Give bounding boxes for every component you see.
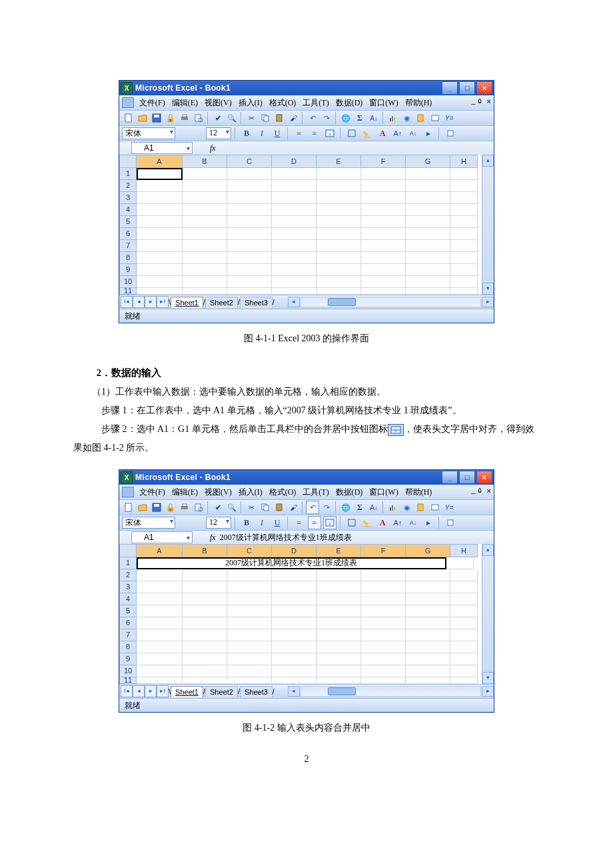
minimize-button[interactable]: _ (442, 81, 458, 95)
preview-icon[interactable] (192, 111, 205, 125)
row-header[interactable]: 1 (119, 557, 137, 569)
font-name-combo[interactable]: 宋体 (122, 127, 175, 139)
decrease-font-icon[interactable]: A↓ (406, 127, 420, 140)
more-2-icon[interactable] (444, 516, 457, 529)
last-sheet-icon[interactable]: ▸I (157, 296, 169, 308)
merge-center-button[interactable]: a (323, 516, 336, 529)
prev-sheet-icon[interactable]: ◂ (133, 296, 145, 308)
select-all-corner[interactable] (119, 155, 137, 168)
research-icon[interactable]: 🔍 (225, 501, 239, 514)
col-header[interactable]: B (183, 155, 227, 168)
underline-button[interactable]: U (271, 127, 284, 140)
print-icon[interactable] (178, 501, 191, 514)
sort-asc-icon[interactable]: A↓ (367, 501, 380, 514)
sort-asc-icon[interactable]: A↓ (367, 111, 380, 125)
col-header[interactable]: F (361, 544, 406, 557)
col-header[interactable]: G (406, 544, 450, 557)
first-sheet-icon[interactable]: I◂ (121, 296, 133, 308)
menu-help[interactable]: 帮助(H) (404, 486, 434, 499)
menu-file[interactable]: 文件(F) (138, 97, 167, 109)
menu-edit[interactable]: 编辑(E) (171, 486, 199, 499)
fill-color-icon[interactable] (360, 127, 374, 140)
chart-icon[interactable] (386, 501, 400, 514)
col-header[interactable]: G (406, 155, 450, 168)
chart-icon[interactable] (386, 111, 400, 125)
copy-icon[interactable] (259, 111, 272, 125)
menu-tools[interactable]: 工具(T) (301, 486, 330, 499)
col-header[interactable]: H (450, 155, 478, 168)
prev-sheet-icon[interactable]: ◂ (133, 685, 145, 697)
col-header[interactable]: D (272, 155, 316, 168)
font-size-combo[interactable]: 12 (206, 517, 231, 529)
redo-icon[interactable]: ↷ (320, 501, 333, 514)
zoom-icon[interactable] (414, 501, 428, 514)
col-header[interactable]: E (316, 155, 361, 168)
hyperlink-icon[interactable]: 🌐 (339, 501, 352, 514)
merge-center-button[interactable]: a (323, 127, 336, 140)
row-header[interactable]: 8 (119, 252, 137, 264)
col-header[interactable]: C (227, 544, 272, 557)
save-icon[interactable] (150, 501, 163, 514)
spellcheck-icon[interactable]: ✔ (211, 501, 225, 514)
doc-close-icon[interactable]: × (487, 97, 491, 105)
align-left-icon[interactable]: ≡ (293, 516, 306, 529)
bold-button[interactable]: B (240, 516, 253, 529)
sheet-tab[interactable]: Sheet1 (171, 297, 203, 308)
open-icon[interactable] (136, 501, 149, 514)
font-size-combo[interactable]: 12 (206, 127, 231, 139)
row-header[interactable]: 7 (119, 240, 137, 252)
row-header[interactable]: 6 (119, 617, 137, 629)
menu-edit[interactable]: 编辑(E) (171, 97, 199, 109)
row-header[interactable]: 3 (119, 192, 137, 204)
format-painter-icon[interactable]: 🖌 (287, 111, 300, 125)
horizontal-scrollbar[interactable]: ◂▸ (288, 686, 494, 697)
menu-data[interactable]: 数据(D) (334, 97, 364, 109)
vertical-scrollbar[interactable]: ▴▾ (482, 544, 494, 684)
close-button[interactable]: × (476, 81, 492, 95)
menu-view[interactable]: 视图(V) (203, 97, 233, 109)
menu-file[interactable]: 文件(F) (138, 486, 167, 499)
drawing-icon[interactable] (428, 111, 442, 125)
borders-icon[interactable] (345, 127, 358, 140)
new-icon[interactable] (122, 111, 135, 125)
sheet-tab[interactable]: Sheet2 (205, 686, 238, 697)
borders-icon[interactable] (345, 516, 358, 529)
align-left-icon[interactable]: ≡ (293, 127, 306, 140)
fx-icon[interactable]: fx (210, 143, 216, 153)
menu-insert[interactable]: 插入(I) (237, 97, 264, 109)
minimize-button[interactable]: _ (442, 471, 458, 484)
menu-tools[interactable]: 工具(T) (301, 97, 330, 109)
paste-icon[interactable] (273, 501, 286, 514)
menu-format[interactable]: 格式(O) (268, 486, 298, 499)
sheet-tab[interactable]: Sheet2 (205, 297, 238, 308)
next-sheet-icon[interactable]: ▸ (145, 685, 157, 697)
increase-font-icon[interactable]: A↑ (391, 127, 404, 140)
spellcheck-icon[interactable]: ✔ (211, 111, 225, 125)
decrease-font-icon[interactable]: A↓ (406, 516, 420, 529)
sheet-tab[interactable]: Sheet1 (171, 686, 203, 697)
hyperlink-icon[interactable]: 🌐 (339, 111, 352, 125)
permission-icon[interactable]: 🔓 (164, 111, 177, 125)
formula-value[interactable]: 2007级计算机网络技术专业1班成绩表 (220, 532, 352, 543)
research-icon[interactable]: 🔍 (225, 111, 239, 125)
menu-insert[interactable]: 插入(I) (237, 486, 264, 499)
undo-icon[interactable]: ↶ (306, 501, 319, 514)
row-header[interactable]: 7 (119, 629, 137, 641)
row-header[interactable]: 9 (119, 264, 137, 276)
fill-color-icon[interactable] (360, 516, 374, 529)
copy-icon[interactable] (259, 501, 272, 514)
col-header[interactable]: B (183, 544, 227, 557)
undo-icon[interactable]: ↶ (306, 111, 319, 125)
autosum-icon[interactable]: Σ (353, 501, 366, 514)
cut-icon[interactable]: ✂ (245, 111, 258, 125)
col-header[interactable]: C (227, 155, 272, 168)
format-painter-icon[interactable]: 🖌 (287, 501, 300, 514)
help-icon[interactable]: ◉ (400, 111, 414, 125)
col-header[interactable]: H (450, 544, 478, 557)
sheet-tab[interactable]: Sheet3 (240, 686, 273, 697)
align-center-icon[interactable]: ≡ (308, 516, 321, 529)
cut-icon[interactable]: ✂ (245, 501, 258, 514)
name-box[interactable]: A1 (131, 531, 193, 543)
font-color-icon[interactable]: A (376, 516, 389, 529)
row-header[interactable]: 1 (119, 168, 137, 180)
